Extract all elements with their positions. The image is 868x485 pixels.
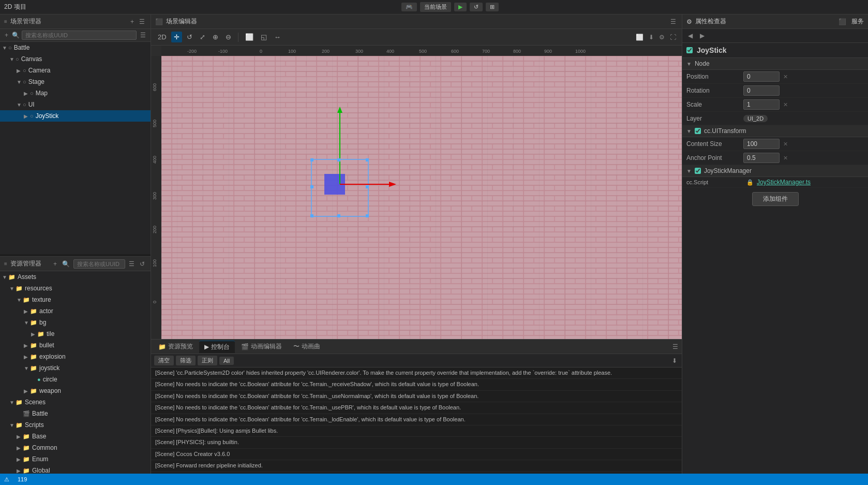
tree-item-common[interactable]: ▶ 📁 Common (0, 442, 151, 453)
tree-item-circle[interactable]: ▶ ● circle (0, 374, 151, 385)
joystickmanager-checkbox[interactable] (695, 168, 701, 174)
top-bar: 2D 项目 🎮 当前场景 ▶ ↺ ⊞ (0, 0, 868, 14)
tool-rect-btn[interactable]: ⬜ (243, 32, 256, 42)
viewport-frame-btn[interactable]: ⬜ (634, 33, 645, 42)
viewport-fullscreen-btn[interactable]: ⛶ (668, 33, 678, 42)
scene-view-btn[interactable]: ☰ (139, 31, 147, 40)
scale-x-btn[interactable]: ✕ (782, 101, 789, 109)
console-all-btn[interactable]: All (219, 357, 234, 365)
anchor-value: ✕ (743, 153, 864, 163)
console-clear-btn[interactable]: 清空 (154, 356, 174, 365)
common-folder-icon: 📁 (23, 445, 30, 451)
tree-item-battle-scene[interactable]: ▶ 🎬 Battle (0, 408, 151, 419)
tree-item-ui[interactable]: ▼ ○ UI (0, 99, 151, 110)
editor-menu-btn[interactable]: ☰ (669, 17, 678, 26)
node-section-header[interactable]: ▼ Node (682, 58, 868, 70)
tree-item-bg[interactable]: ▼ 📁 bg (0, 317, 151, 328)
scripts-label: Scripts (25, 421, 44, 429)
tab-curves[interactable]: 〜 动画曲 (288, 341, 325, 352)
tool-rotate-btn[interactable]: ↺ (184, 32, 195, 42)
tree-item-base[interactable]: ▶ 📁 Base (0, 431, 151, 442)
warning-count: 119 (18, 476, 27, 482)
uitransform-section-header[interactable]: ▼ cc.UITransform (682, 125, 868, 137)
tree-item-stage[interactable]: ▼ ○ Stage (0, 76, 151, 87)
mode-icon-btn[interactable]: 🎮 (401, 3, 417, 11)
anchor-label: Anchor Point (686, 154, 743, 161)
tool-align-btn[interactable]: ↔ (272, 32, 283, 42)
tree-item-enum[interactable]: ▶ 📁 Enum (0, 453, 151, 465)
tree-item-scenes[interactable]: ▼ 📁 Scenes (0, 396, 151, 408)
console-mode-btn[interactable]: 正则 (198, 356, 217, 365)
joystick-folder-label: joystick (39, 364, 59, 372)
refresh-btn[interactable]: ↺ (470, 3, 483, 11)
tree-item-weapon[interactable]: ▶ 📁 weapon (0, 385, 151, 396)
viewport-settings-btn[interactable]: ⚙ (657, 33, 666, 42)
tree-item-tile[interactable]: ▶ 📁 tile (0, 328, 151, 340)
tree-item-scripts[interactable]: ▼ 📁 Scripts (0, 419, 151, 431)
tree-item-assets[interactable]: ▼ 📁 Assets (0, 271, 151, 283)
asset-refresh-btn[interactable]: ↺ (138, 259, 146, 269)
asset-add-btn[interactable]: + (52, 259, 58, 269)
grid-btn[interactable]: ⊞ (486, 3, 499, 11)
position-x-btn[interactable]: ✕ (782, 73, 789, 81)
anchor-input[interactable] (743, 153, 780, 163)
tool-transform-btn[interactable]: ⊕ (210, 32, 221, 42)
battle-node-icon: ○ (8, 45, 12, 51)
inspector-back-btn[interactable]: ◀ (686, 31, 694, 40)
uitransform-checkbox[interactable] (695, 128, 701, 134)
viewport-camera-btn[interactable]: ⬇ (647, 33, 655, 42)
tree-item-camera[interactable]: ▶ ○ Camera (0, 65, 151, 76)
scene-search-icon[interactable]: + (3, 31, 10, 40)
joystickmanager-section-arrow: ▼ (686, 168, 692, 174)
tab-animation[interactable]: 🎬 动画编辑器 (236, 341, 287, 352)
tool-2d-btn[interactable]: 2D (155, 32, 169, 42)
add-component-btn[interactable]: 添加组件 (752, 192, 799, 206)
content-size-x-btn[interactable]: ✕ (782, 140, 789, 148)
anchor-x-btn[interactable]: ✕ (782, 154, 789, 162)
node-enabled-checkbox[interactable] (686, 47, 693, 53)
asset-search-btn[interactable]: 🔍 (61, 259, 71, 269)
tree-item-explosion[interactable]: ▶ 📁 explosion (0, 351, 151, 362)
tree-item-canvas[interactable]: ▼ ○ Canvas (0, 53, 151, 65)
tool-snap-btn[interactable]: ◱ (258, 32, 270, 42)
tree-item-texture[interactable]: ▼ 📁 texture (0, 294, 151, 305)
bullet-folder-icon: 📁 (30, 342, 37, 349)
position-x-input[interactable] (743, 71, 780, 82)
script-link[interactable]: JoyStickManager.ts (757, 179, 811, 186)
layer-badge[interactable]: UI_2D (743, 115, 768, 122)
tool-move-btn[interactable]: ✛ (171, 32, 182, 42)
tool-anchor-btn[interactable]: ⊖ (223, 32, 234, 42)
tool-scale-btn[interactable]: ⤢ (197, 32, 208, 42)
scene-menu-btn[interactable]: ☰ (138, 17, 146, 26)
console-line-1: [Scene] 'cc.ParticleSystem2D color' hide… (151, 368, 682, 379)
inspector-forward-btn[interactable]: ▶ (698, 31, 706, 40)
asset-search-input[interactable] (73, 259, 125, 269)
tab-assets[interactable]: 📁 资源预览 (153, 341, 198, 352)
mode-dropdown-btn[interactable]: 当前场景 (420, 2, 451, 12)
bottom-panel-menu-btn[interactable]: ☰ (671, 342, 680, 351)
explosion-label: explosion (39, 353, 66, 360)
rotation-input[interactable] (743, 85, 780, 96)
tab-console[interactable]: ▶ 控制台 (199, 341, 235, 353)
tree-item-joystick-folder[interactable]: ▼ 📁 joystick (0, 362, 151, 374)
tree-item-battle[interactable]: ▼ ○ Battle (0, 42, 151, 53)
tree-item-map[interactable]: ▶ ○ Map (0, 87, 151, 99)
top-bar-center: 🎮 当前场景 ▶ ↺ ⊞ (37, 2, 864, 12)
console-filter-btn[interactable]: 筛选 (176, 356, 196, 365)
tree-item-resources[interactable]: ▼ 📁 resources (0, 283, 151, 294)
content-size-input[interactable] (743, 139, 780, 149)
scale-input[interactable] (743, 99, 780, 110)
console-content: [Scene] 'cc.ParticleSystem2D color' hide… (151, 368, 682, 474)
bg-label: bg (39, 319, 46, 326)
tree-item-global[interactable]: ▶ 📁 Global (0, 465, 151, 474)
joystickmanager-section-header[interactable]: ▼ JoyStickManager (682, 165, 868, 177)
play-btn[interactable]: ▶ (454, 3, 467, 11)
tree-item-joystick[interactable]: ▶ ○ JoyStick (0, 110, 151, 122)
scene-viewport[interactable]: -200 -100 0 100 200 300 400 500 600 700 … (151, 46, 682, 339)
tree-item-actor[interactable]: ▶ 📁 actor (0, 305, 151, 317)
tree-item-bullet[interactable]: ▶ 📁 bullet (0, 340, 151, 351)
asset-view-btn[interactable]: ☰ (127, 259, 136, 269)
scene-add-btn[interactable]: + (129, 17, 136, 26)
scene-search-input[interactable] (22, 31, 137, 40)
console-export-btn[interactable]: ⬇ (670, 356, 679, 365)
